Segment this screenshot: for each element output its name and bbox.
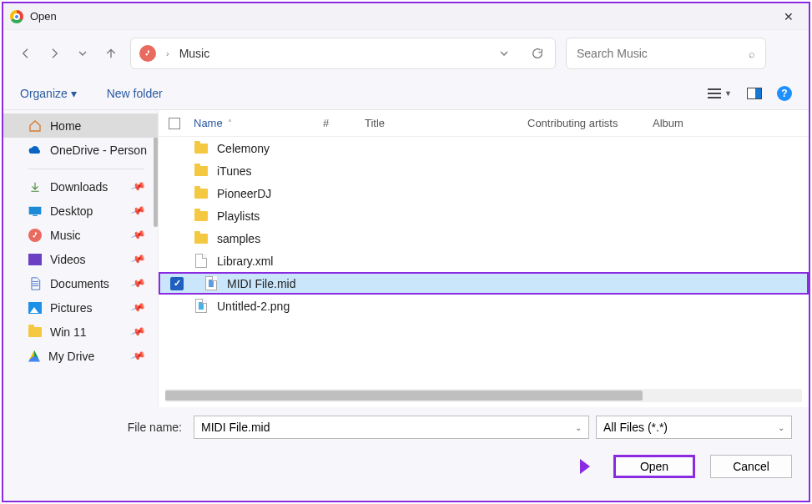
sidebar-item-videos[interactable]: Videos 📌 bbox=[3, 247, 158, 271]
folder-icon bbox=[28, 327, 42, 337]
chevron-down-icon[interactable]: ⌄ bbox=[778, 423, 784, 432]
toolbar: Organize ▾ New folder ▼ ? bbox=[3, 77, 809, 110]
sidebar-item-downloads[interactable]: Downloads 📌 bbox=[3, 174, 158, 199]
folder-icon bbox=[194, 234, 208, 244]
folder-icon bbox=[194, 144, 208, 154]
folder-icon bbox=[194, 166, 208, 176]
sort-icon: ˄ bbox=[228, 118, 232, 128]
titlebar: Open ✕ bbox=[3, 3, 809, 30]
sidebar-label: Pictures bbox=[50, 301, 93, 315]
search-box[interactable]: ⌕ bbox=[566, 38, 766, 69]
sidebar-label: Downloads bbox=[50, 180, 108, 194]
pin-icon: 📌 bbox=[130, 179, 147, 194]
gdrive-icon bbox=[28, 350, 40, 362]
sidebar-item-music[interactable]: Music 📌 bbox=[3, 223, 158, 247]
breadcrumb-location[interactable]: Music bbox=[179, 47, 210, 60]
pin-icon: 📌 bbox=[130, 300, 147, 315]
filename-label: File name: bbox=[20, 421, 187, 434]
sidebar-item-home[interactable]: Home bbox=[3, 113, 158, 138]
sidebar-label: Desktop bbox=[50, 204, 93, 218]
open-button[interactable]: Open bbox=[613, 455, 695, 478]
sidebar-label: Videos bbox=[50, 253, 86, 266]
back-button[interactable] bbox=[17, 44, 35, 63]
pin-icon: 📌 bbox=[130, 227, 147, 243]
list-icon bbox=[708, 88, 721, 98]
search-input[interactable] bbox=[577, 47, 749, 60]
new-folder-button[interactable]: New folder bbox=[107, 87, 163, 100]
chrome-icon bbox=[10, 10, 23, 23]
forward-button[interactable] bbox=[45, 44, 63, 63]
preview-pane-button[interactable] bbox=[747, 88, 762, 99]
view-mode-button[interactable]: ▼ bbox=[708, 88, 732, 98]
music-icon bbox=[28, 229, 42, 242]
search-icon[interactable]: ⌕ bbox=[749, 48, 755, 60]
videos-icon bbox=[28, 254, 42, 265]
sidebar-label: Win 11 bbox=[50, 325, 87, 339]
file-row[interactable]: Celemony bbox=[159, 137, 809, 159]
refresh-button[interactable] bbox=[528, 44, 547, 63]
cancel-button[interactable]: Cancel bbox=[710, 455, 792, 478]
window-title: Open bbox=[30, 10, 775, 23]
documents-icon bbox=[28, 277, 42, 290]
address-bar[interactable]: › Music bbox=[130, 38, 556, 69]
pin-icon: 📌 bbox=[130, 348, 147, 364]
music-icon bbox=[139, 45, 156, 62]
file-row[interactable]: Untitled-2.png bbox=[159, 295, 809, 317]
pictures-icon bbox=[28, 302, 42, 314]
file-row[interactable]: samples bbox=[159, 227, 809, 249]
col-album[interactable]: Album bbox=[653, 117, 809, 129]
col-title[interactable]: Title bbox=[365, 117, 527, 129]
horizontal-scrollbar[interactable] bbox=[165, 389, 802, 402]
close-button[interactable]: ✕ bbox=[775, 7, 802, 27]
download-icon bbox=[28, 180, 42, 194]
up-button[interactable] bbox=[102, 44, 120, 63]
pin-icon: 📌 bbox=[130, 275, 147, 291]
file-row[interactable]: iTunes bbox=[159, 159, 809, 182]
pin-icon: 📌 bbox=[130, 203, 147, 219]
folder-icon bbox=[194, 189, 208, 199]
checkbox-checked-icon[interactable] bbox=[170, 277, 184, 290]
col-track[interactable]: # bbox=[323, 117, 365, 129]
chevron-down-icon[interactable]: ⌄ bbox=[575, 423, 582, 432]
sidebar-item-mydrive[interactable]: My Drive 📌 bbox=[3, 344, 158, 368]
file-row[interactable]: PioneerDJ bbox=[159, 182, 809, 204]
svg-rect-0 bbox=[29, 206, 42, 214]
image-file-icon bbox=[195, 299, 207, 313]
filename-input[interactable]: MIDI File.mid ⌄ bbox=[194, 416, 589, 439]
footer: File name: MIDI File.mid ⌄ All Files (*.… bbox=[3, 407, 809, 501]
cloud-icon bbox=[28, 144, 42, 157]
filter-select[interactable]: All Files (*.*) ⌄ bbox=[596, 416, 792, 439]
midi-file-icon bbox=[205, 276, 217, 290]
home-icon bbox=[28, 119, 42, 133]
sidebar-item-documents[interactable]: Documents 📌 bbox=[3, 271, 158, 295]
sidebar-item-onedrive[interactable]: OneDrive - Person bbox=[3, 138, 158, 162]
sidebar-label: Documents bbox=[50, 277, 109, 290]
address-dropdown[interactable] bbox=[495, 44, 513, 63]
help-button[interactable]: ? bbox=[777, 86, 792, 101]
svg-rect-1 bbox=[33, 214, 37, 215]
nav-row: › Music ⌕ bbox=[3, 30, 809, 77]
sidebar-label: Home bbox=[50, 119, 81, 133]
file-row[interactable]: Library.xml bbox=[159, 249, 809, 272]
pin-icon: 📌 bbox=[130, 324, 147, 340]
file-row-selected[interactable]: MIDI File.mid bbox=[159, 272, 809, 295]
sidebar-label: My Drive bbox=[48, 350, 94, 363]
pin-icon: 📌 bbox=[130, 251, 147, 267]
sidebar-item-win11[interactable]: Win 11 📌 bbox=[3, 320, 158, 344]
sidebar-item-desktop[interactable]: Desktop 📌 bbox=[3, 199, 158, 223]
select-all-checkbox[interactable] bbox=[169, 118, 180, 129]
col-name[interactable]: Name˄ bbox=[194, 117, 323, 129]
folder-icon bbox=[194, 211, 208, 221]
recent-dropdown[interactable] bbox=[73, 44, 92, 63]
organize-menu[interactable]: Organize ▾ bbox=[20, 87, 77, 100]
file-row[interactable]: Playlists bbox=[159, 204, 809, 227]
sidebar-label: Music bbox=[50, 229, 81, 242]
sidebar-separator bbox=[28, 169, 144, 169]
breadcrumb-sep: › bbox=[166, 48, 169, 58]
desktop-icon bbox=[28, 204, 42, 218]
file-icon bbox=[195, 254, 207, 268]
sidebar-item-pictures[interactable]: Pictures 📌 bbox=[3, 295, 158, 320]
col-artists[interactable]: Contributing artists bbox=[527, 117, 653, 129]
open-dialog: Open ✕ › Music ⌕ Organize ▾ New folder ▼ bbox=[2, 2, 810, 502]
file-list: Celemony iTunes PioneerDJ Playlists samp… bbox=[159, 137, 809, 389]
